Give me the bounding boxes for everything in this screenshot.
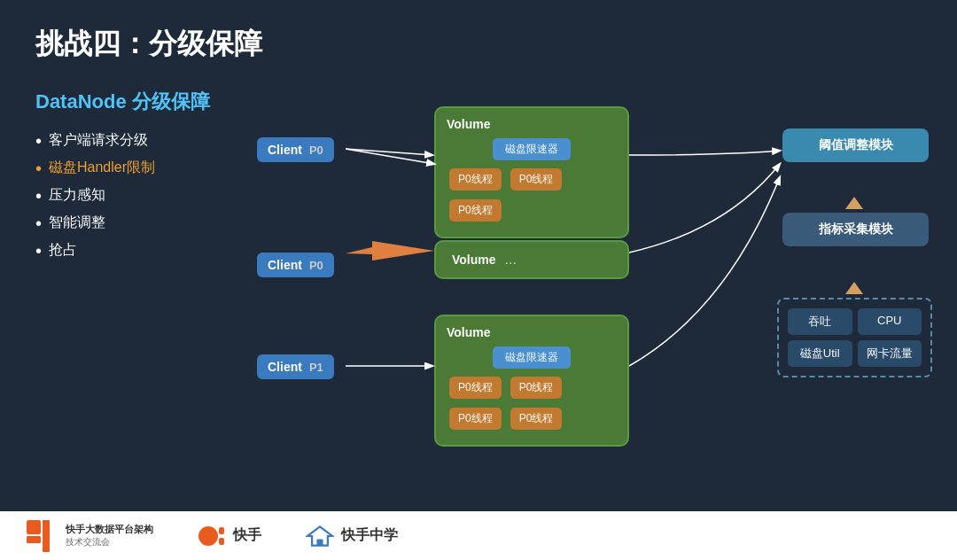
metric-cpu: CPU xyxy=(858,308,922,335)
left-panel: DataNode 分级保障 客户端请求分级 磁盘Handler限制 压力感知 智… xyxy=(35,89,230,268)
thread-p0-v3-1: P0线程 xyxy=(449,377,502,399)
footer-logo-2: 快手 xyxy=(198,524,261,548)
thread-row-3-1: P0线程 P0线程 xyxy=(447,374,617,401)
svg-rect-4 xyxy=(27,520,41,534)
volume-title-1: Volume xyxy=(447,117,617,131)
metrics-box: 指标采集模块 xyxy=(782,213,929,246)
svg-rect-11 xyxy=(316,539,323,545)
svg-marker-2 xyxy=(346,241,434,261)
footer-logo-1: 快手大数据平台架构 技术交流会 xyxy=(27,520,153,552)
bullet-item-2: 磁盘Handler限制 xyxy=(35,159,230,177)
slide-container: 挑战四：分级保障 DataNode 分级保障 客户端请求分级 磁盘Handler… xyxy=(0,0,957,560)
thread-row-1-1: P0线程 P0线程 xyxy=(447,166,617,193)
threshold-label: 阈值调整模块 xyxy=(819,137,893,152)
svg-rect-8 xyxy=(219,527,224,534)
datanode-title: DataNode 分级保障 xyxy=(35,89,230,115)
thread-p0-v3-4: P0线程 xyxy=(510,408,563,430)
volume-box-1: Volume 磁盘限速器 P0线程 P0线程 P0线程 xyxy=(434,106,629,238)
volume-title-3: Volume xyxy=(447,325,617,339)
slide-title: 挑战四：分级保障 xyxy=(35,25,262,64)
client-box-3: Client P1 xyxy=(257,354,334,379)
svg-rect-9 xyxy=(219,538,224,545)
logo-icon-1 xyxy=(27,520,58,552)
volume-box-3: Volume 磁盘限速器 P0线程 P0线程 P0线程 P0线程 xyxy=(434,315,629,447)
footer-brand-2: 快手 xyxy=(233,526,261,545)
thread-p0-v3-3: P0线程 xyxy=(449,408,502,430)
svg-line-0 xyxy=(346,149,434,164)
bullet-item-5: 抢占 xyxy=(35,241,230,260)
thread-row-3-2: P0线程 P0线程 xyxy=(447,405,617,432)
footer-brand-text-1: 快手大数据平台架构 技术交流会 xyxy=(66,523,153,548)
thread-row-1-2: P0线程 xyxy=(447,197,617,224)
svg-rect-5 xyxy=(27,536,41,543)
bullet-list: 客户端请求分级 磁盘Handler限制 压力感知 智能调整 抢占 xyxy=(35,131,230,260)
volume-dots: ... xyxy=(505,252,517,268)
bullet-item-1: 客户端请求分级 xyxy=(35,131,230,150)
disk-limiter-3: 磁盘限速器 xyxy=(447,346,617,374)
client-priority-1: P0 xyxy=(309,144,323,157)
client-label-3: Client xyxy=(268,360,302,374)
metrics-label: 指标采集模块 xyxy=(819,222,893,236)
metric-throughput: 吞吐 xyxy=(788,308,852,335)
svg-rect-6 xyxy=(43,520,50,552)
thread-p0-v3-2: P0线程 xyxy=(510,377,563,399)
thread-p0-3: P0线程 xyxy=(449,199,502,222)
metric-network: 网卡流量 xyxy=(858,340,922,367)
logo-icon-3 xyxy=(306,524,334,548)
svg-line-1 xyxy=(346,149,432,155)
footer: 快手大数据平台架构 技术交流会 快手 快手中学 xyxy=(0,511,957,560)
volume-title-2: Volume xyxy=(452,253,496,267)
client-priority-3: P1 xyxy=(309,361,323,374)
client-box-1: Client P0 xyxy=(257,137,334,162)
logo-icon-2 xyxy=(198,524,226,548)
client-label-2: Client xyxy=(268,258,302,272)
arrow-up-2 xyxy=(845,282,863,294)
client-box-2: Client P0 xyxy=(257,253,334,277)
metric-disk-util: 磁盘Util xyxy=(788,340,852,367)
metrics-sources: 吞吐 CPU 磁盘Util 网卡流量 xyxy=(777,298,932,377)
bullet-item-3: 压力感知 xyxy=(35,186,230,205)
threshold-box: 阈值调整模块 xyxy=(782,128,929,162)
footer-brand-3: 快手中学 xyxy=(341,526,398,545)
arrow-up-1 xyxy=(845,197,863,209)
svg-point-7 xyxy=(198,526,218,546)
client-priority-2: P0 xyxy=(309,259,323,272)
disk-limiter-1: 磁盘限速器 xyxy=(447,138,617,166)
volume-box-2: Volume ... xyxy=(434,240,629,279)
footer-logo-3: 快手中学 xyxy=(306,524,398,548)
thread-p0-1: P0线程 xyxy=(449,168,502,191)
bullet-item-4: 智能调整 xyxy=(35,214,230,232)
client-label-1: Client xyxy=(268,143,302,157)
thread-p0-2: P0线程 xyxy=(510,168,563,191)
